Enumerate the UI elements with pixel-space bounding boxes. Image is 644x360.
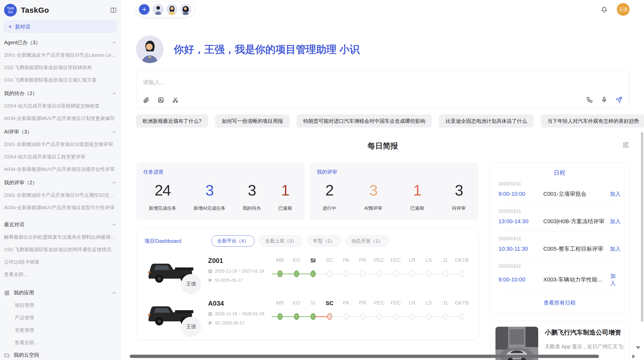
sidebar-item[interactable]: A034-全新新能源MUV产品开发项目法规符合性评审	[4, 166, 117, 173]
sidebar-item[interactable]: C0X4-动力总成开发项目SI里程碑提交物检查	[4, 103, 117, 109]
join-button[interactable]: 加入	[605, 273, 621, 287]
sidebar-item[interactable]: Z001-全新燃油皮卡产品开发项目SI节点Lesson Learn报告	[4, 52, 117, 58]
project-row-z001[interactable]: 王强 Z001 2023-12-19 ~ 2027-01-19 SI-2025-…	[144, 256, 470, 289]
recent-chat-item[interactable]: C02-飞腾新能源轻客改款项目的闭环通告反馈情况	[4, 246, 117, 253]
schedule-event: 2025/03/11 9:00-10:00 C001-立项审批会 加入	[499, 177, 621, 204]
add-agent-button[interactable]: +	[138, 4, 150, 15]
tab-powertrain-dev[interactable]: 动总开发（1）	[345, 235, 389, 247]
message-composer[interactable]: 请输入...	[136, 70, 630, 108]
chevron-up-icon[interactable]	[112, 222, 117, 227]
agent-avatar[interactable]	[153, 4, 164, 15]
project-flag-milestone: SC-2025-05-17	[215, 321, 244, 326]
news-card[interactable]: 小鹏飞行汽车制造公司增资 天眼查 App 显示，近日广州汇天飞行汽...	[490, 321, 630, 360]
milestone-node	[393, 271, 398, 277]
milestone-timeline: MRKO SISC PAPR PECFEC LRLS J1OKTB	[272, 299, 470, 320]
agent-avatar[interactable]	[166, 4, 178, 15]
suggestion-chip[interactable]: 欧洲新规最近颁布了什么?	[136, 114, 208, 128]
stat-my-todo: 3 我的待办	[243, 182, 261, 211]
scroll-down-arrow[interactable]	[636, 346, 640, 349]
milestone-node	[426, 271, 431, 277]
sidebar-item[interactable]: A034-全新新能源MUV产品开发项目造型可行性评审	[4, 204, 117, 211]
vertical-scrollbar[interactable]	[641, 132, 643, 322]
tab-all-new-body[interactable]: 全新上装（3）	[259, 235, 303, 247]
suggestion-chip[interactable]: 比亚迪全固态电池计划具体说了什么	[439, 114, 534, 128]
milestone-node-done	[277, 271, 283, 277]
milestone-node	[327, 271, 332, 277]
tab-all-new-platform[interactable]: 全新平台（4）	[211, 235, 255, 247]
chevron-up-icon[interactable]	[112, 290, 117, 295]
app-item-product-mgmt[interactable]: 产品管理	[15, 314, 117, 321]
milestone-node-done	[311, 271, 316, 277]
sidebar-item[interactable]: Z001-全新燃油轻卡产品开发项目SI造型提交物评审	[4, 141, 117, 148]
suggestion-chip[interactable]: 如何写一份清晰的项目周报	[215, 114, 289, 128]
notifications-bell-icon[interactable]	[601, 6, 608, 13]
section-ai-review[interactable]: AI评审（3）	[4, 128, 117, 135]
agent-avatar[interactable]	[180, 4, 191, 15]
attach-file-icon[interactable]	[143, 97, 150, 103]
send-icon[interactable]	[615, 96, 623, 103]
my-review-title: 我的评审	[317, 169, 471, 175]
schedule-event: 2025/03/11 9:00-10:00 X003-车辆动力学性能验... 加…	[499, 259, 621, 293]
suggestion-chip[interactable]: 特朗普可能对进口汽车增税会对中国车企造成哪些影响	[297, 114, 432, 128]
project-code: A034	[208, 299, 272, 307]
insert-image-icon[interactable]	[157, 97, 164, 103]
nav-my-apps[interactable]: 我的应用	[4, 289, 117, 296]
flag-icon	[208, 321, 212, 325]
nav-my-cloud[interactable]: 我的云空间	[4, 352, 117, 358]
cloud-space-icon	[4, 352, 10, 358]
section-agent-done[interactable]: Agent已办（3）	[4, 39, 117, 46]
layout-grid-icon[interactable]	[622, 141, 630, 148]
join-button[interactable]: 加入	[605, 245, 621, 252]
app-logo: Task Go	[4, 4, 17, 17]
scissors-icon[interactable]	[172, 97, 179, 103]
scroll-right-arrow[interactable]	[632, 354, 635, 358]
stat-review-overdue: 1 已逾期	[410, 182, 424, 211]
recent-chats-view-all[interactable]: 查看全部...	[4, 271, 117, 278]
suggestion-chip[interactable]: 当下年轻人对汽车外观有怎样的喜好趋势	[541, 114, 644, 128]
horizontal-scrollbar[interactable]	[130, 355, 599, 358]
apps-view-all[interactable]: 查看全部...	[15, 339, 117, 346]
project-row-a034[interactable]: 王强 A034 2023-12-19 ~ 2026-01-19 SC-2025-…	[144, 299, 470, 332]
chevron-up-icon[interactable]	[112, 40, 117, 45]
user-avatar[interactable]: 王强	[617, 3, 630, 16]
chevron-up-icon[interactable]	[112, 129, 117, 134]
milestone-node	[344, 271, 349, 277]
tab-model-year[interactable]: 年型（2）	[307, 235, 341, 247]
chevron-up-icon[interactable]	[112, 91, 117, 96]
sidebar-item[interactable]: A034-全新新能源MUV产品开发项目计划变更表编写	[4, 115, 117, 122]
section-recent-chats[interactable]: 最近对话	[4, 221, 117, 228]
clock-icon	[208, 312, 212, 316]
recent-chat-item[interactable]: 解释最新出台的欧盟报废车法规再生塑料比例被调至15%...	[4, 234, 117, 241]
voice-call-icon[interactable]	[586, 96, 593, 103]
milestone-node	[393, 313, 398, 320]
new-chat-button[interactable]: + 新对话	[4, 21, 117, 33]
milestone-node	[360, 313, 365, 320]
join-button[interactable]: 加入	[605, 190, 621, 198]
app-item-change-mgmt[interactable]: 变更管理	[15, 327, 117, 334]
assistant-avatar	[136, 36, 164, 63]
milestone-node-overdue	[327, 313, 332, 320]
milestone-node	[410, 271, 415, 277]
microphone-icon[interactable]	[601, 96, 608, 103]
chevron-up-icon[interactable]	[112, 180, 117, 185]
section-my-review[interactable]: 我的评审（2）	[4, 179, 117, 186]
milestone-timeline: MRKO SISC PAPR PECFEC LRLS J1OKTB	[272, 256, 470, 278]
section-my-todo[interactable]: 我的待办（2）	[4, 90, 117, 97]
collapse-sidebar-icon[interactable]	[110, 7, 117, 13]
join-button[interactable]: 加入	[605, 218, 621, 225]
recent-chat-item[interactable]: 公司Q3轻卡销量	[4, 259, 117, 265]
milestone-node	[459, 313, 464, 320]
sidebar-item[interactable]: C02-飞腾新能源轻客改款项目立项汇报方案	[4, 77, 117, 83]
sidebar-item[interactable]: Z001-全新燃油轻卡产品开发项目SI节点属性5D文件评审	[4, 192, 117, 199]
view-all-schedule-link[interactable]: 查看所有日程	[499, 293, 621, 309]
stat-ai-pre-review: 3 AI预评审	[364, 182, 382, 211]
stat-in-progress: 2 进行中	[323, 182, 336, 211]
project-dates: 2023-12-19 ~ 2027-01-19	[215, 269, 264, 274]
sidebar-item[interactable]: C0X4-动力总成开发项目工程变更评审	[4, 154, 117, 160]
logo-text-bottom: Go	[8, 10, 13, 14]
sidebar: Task Go TaskGo + 新对话 Agent已办（3） Z001-全新燃…	[0, 0, 121, 360]
sidebar-item[interactable]: C02-飞腾新能源轻客改款项目里程碑画布	[4, 64, 117, 71]
dashboard-title: 项目Dashboard	[144, 237, 181, 245]
app-item-project-mgmt[interactable]: 项目管理	[15, 302, 117, 309]
milestone-node	[377, 271, 382, 277]
